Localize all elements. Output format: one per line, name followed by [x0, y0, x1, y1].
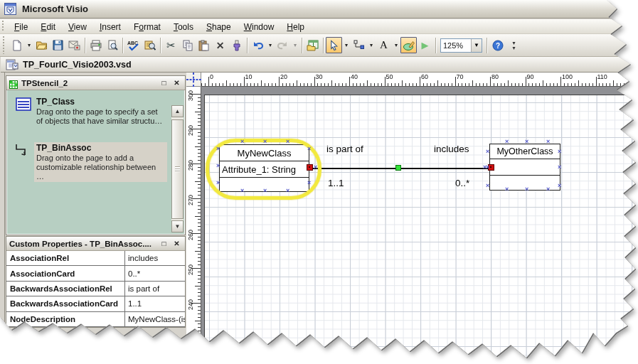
connector-tool-button[interactable] [351, 37, 367, 53]
connection-point-x: × [314, 165, 317, 169]
text-tool-button[interactable]: A [376, 37, 392, 53]
backward-association-label[interactable]: is part of [326, 144, 363, 154]
menu-tools[interactable]: Tools [167, 21, 200, 33]
forward-cardinality-label[interactable]: 0..* [455, 178, 469, 188]
connector-endpoint-begin[interactable] [307, 164, 313, 171]
connection-point-x: × [240, 139, 244, 144]
stencil-close-button[interactable]: ✕ [171, 78, 182, 88]
menu-window[interactable]: Window [238, 21, 281, 33]
property-value[interactable]: 1..1 [125, 296, 185, 311]
pointer-tool-icon [329, 40, 339, 51]
connector-midpoint-handle[interactable] [395, 165, 401, 171]
property-value[interactable]: MyNewClass-(is [125, 312, 185, 326]
v-ruler-label: 290 [186, 120, 194, 140]
stencil-scrollbar[interactable]: ▲ ▼ [171, 105, 184, 232]
property-label: NodeDescription [6, 312, 125, 326]
tp_binassoc-icon [14, 142, 33, 159]
h-ruler-label: 20 [280, 73, 287, 80]
ruler-corner [186, 73, 201, 87]
pointer-tool-button[interactable] [326, 37, 342, 53]
delete-button[interactable]: ✕ [212, 37, 228, 53]
scrollbar-thumb[interactable] [171, 119, 184, 219]
shapes-window-button[interactable] [304, 37, 321, 53]
spelling-button[interactable]: ABC [125, 37, 142, 53]
redo-button[interactable] [275, 37, 291, 53]
redo-icon [277, 40, 289, 50]
mail-icon [68, 40, 80, 50]
format-painter-button[interactable] [228, 37, 245, 53]
menu-grip[interactable] [1, 21, 5, 32]
forward-association-label[interactable]: includes [434, 144, 469, 154]
zoom-combo[interactable]: 125%▼ [440, 38, 482, 53]
property-value[interactable]: 0..* [125, 266, 185, 280]
toolbar-separator [85, 38, 85, 53]
redo-dropdown-icon[interactable]: ▾ [291, 37, 299, 53]
scroll-up-button[interactable]: ▲ [171, 105, 184, 117]
myotherclass-shape[interactable]: MyOtherClass [489, 144, 560, 191]
toolbar-options-button[interactable]: ▾▾ [506, 37, 522, 53]
document-title-bar[interactable]: TP_FourIC_Visio2003.vsd [1, 57, 638, 73]
stencil-maximize-button[interactable]: □ [159, 78, 169, 88]
menu-file[interactable]: File [8, 21, 34, 33]
property-row: AssociationCard0..* [6, 266, 185, 281]
stencil-item-description: Drag onto the page to specify a set of o… [36, 107, 165, 126]
copy-button[interactable] [179, 37, 196, 53]
paste-button[interactable] [196, 37, 212, 53]
connection-point-x: × [558, 149, 561, 154]
connection-point-x: × [558, 165, 561, 169]
drawing-page[interactable] [204, 95, 638, 364]
save-button[interactable] [50, 37, 66, 53]
property-value[interactable]: is part of [125, 282, 185, 296]
properties-close-button[interactable]: ✕ [171, 239, 182, 249]
ellipse-tool-button[interactable] [400, 37, 417, 53]
window-title: Microsoft Visio [22, 4, 88, 14]
connection-point-x: × [546, 139, 550, 144]
h-ruler-label: 100 [562, 73, 573, 80]
h-ruler-label: 0 [210, 73, 213, 80]
property-label: BackwardsAssociationRel [6, 282, 125, 296]
pointer-tool-dropdown-icon[interactable]: ▾ [342, 37, 351, 53]
guide-dash-h [186, 79, 201, 80]
stencil-title-bar[interactable]: TPStencil_2 □ ✕ [6, 76, 185, 90]
undo-dropdown-icon[interactable]: ▾ [266, 37, 275, 53]
new-document-dropdown-icon[interactable]: ▾ [25, 37, 33, 53]
menu-view[interactable]: View [62, 21, 93, 33]
zoom-dropdown-icon[interactable]: ▼ [471, 39, 482, 52]
properties-title-bar[interactable]: Custom Properties - TP_BinAssoc.... □ ✕ [6, 237, 185, 251]
connector-tool-dropdown-icon[interactable]: ▾ [367, 37, 376, 53]
menu-edit[interactable]: Edit [34, 21, 62, 33]
cut-button[interactable]: ✂ [163, 37, 179, 53]
menu-help[interactable]: Help [280, 21, 311, 33]
cut-icon: ✂ [166, 40, 176, 50]
toolbar-separator [435, 38, 436, 53]
menu-insert[interactable]: Insert [93, 21, 127, 33]
association-connector[interactable] [313, 168, 489, 169]
run-button[interactable]: ▶ [417, 37, 433, 53]
properties-maximize-button[interactable]: □ [159, 239, 169, 249]
menu-shape[interactable]: Shape [200, 21, 238, 33]
print-preview-button[interactable] [104, 37, 120, 53]
property-value[interactable]: includes [125, 251, 185, 265]
myotherclass-title[interactable]: MyOtherClass [490, 144, 560, 159]
new-document-icon [11, 40, 23, 51]
new-document-button[interactable] [9, 37, 25, 53]
connection-point-x: × [263, 139, 267, 144]
scroll-down-button[interactable]: ▼ [171, 220, 184, 232]
toolbar-grip[interactable] [2, 36, 6, 54]
undo-button[interactable] [250, 37, 266, 53]
zoom-value[interactable]: 125% [441, 41, 471, 50]
print-button[interactable] [87, 37, 104, 53]
help-button[interactable]: ? [489, 37, 506, 53]
scrollbar-thumb-grip [175, 166, 180, 172]
open-button[interactable] [33, 37, 50, 53]
menu-format[interactable]: Format [127, 21, 167, 33]
find-button[interactable] [142, 37, 158, 53]
h-ruler-label: 80 [491, 73, 499, 80]
myotherclass-empty-section-1[interactable] [490, 159, 560, 175]
undo-icon [252, 40, 264, 50]
backward-cardinality-label[interactable]: 1..1 [328, 178, 344, 188]
mail-button[interactable] [66, 37, 83, 53]
save-icon [53, 40, 63, 50]
property-label: AssociationCard [6, 266, 125, 280]
text-tool-dropdown-icon[interactable]: ▾ [392, 37, 400, 53]
